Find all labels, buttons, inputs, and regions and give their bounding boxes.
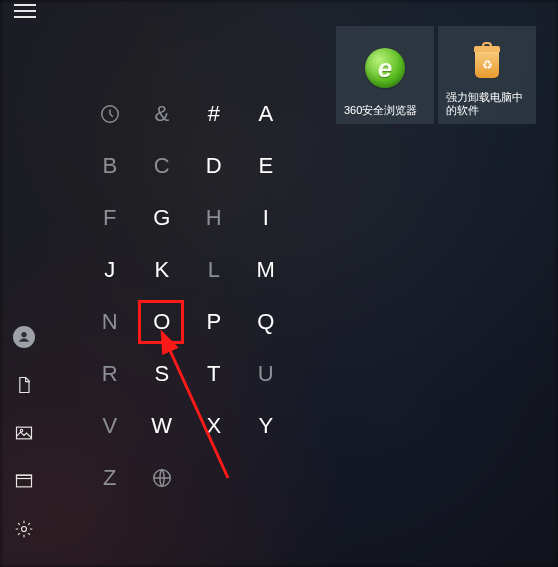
pictures-button[interactable]	[0, 419, 48, 447]
start-tiles: 360安全浏览器 ♻ 强力卸载电脑中的软件	[336, 26, 536, 124]
alpha-cell-P[interactable]: P	[188, 296, 240, 348]
alpha-cell-R: R	[84, 348, 136, 400]
tile-360-browser[interactable]: 360安全浏览器	[336, 26, 434, 124]
alpha-cell-X[interactable]: X	[188, 400, 240, 452]
settings-button[interactable]	[0, 515, 48, 543]
user-account-button[interactable]	[0, 323, 48, 351]
alpha-cell-H: H	[188, 192, 240, 244]
alpha-cell-hash[interactable]: #	[188, 88, 240, 140]
alpha-cell-S[interactable]: S	[136, 348, 188, 400]
svg-rect-3	[17, 475, 32, 487]
svg-point-0	[22, 332, 27, 337]
picture-icon	[14, 423, 34, 443]
alpha-cell-C: C	[136, 140, 188, 192]
menu-toggle-icon[interactable]	[14, 4, 36, 18]
svg-point-5	[22, 527, 27, 532]
alpha-cell-I[interactable]: I	[240, 192, 292, 244]
alpha-cell-blank1	[188, 452, 240, 504]
documents-button[interactable]	[0, 371, 48, 399]
tile-label: 强力卸载电脑中的软件	[442, 91, 532, 121]
alpha-cell-M[interactable]: M	[240, 244, 292, 296]
gear-icon	[14, 519, 34, 539]
alpha-cell-O[interactable]: O	[136, 296, 188, 348]
alpha-cell-F: F	[84, 192, 136, 244]
user-avatar-icon	[13, 326, 35, 348]
trash-icon: ♻	[468, 42, 506, 80]
alpha-cell-A[interactable]: A	[240, 88, 292, 140]
alpha-cell-amp: &	[136, 88, 188, 140]
tile-label: 360安全浏览器	[340, 104, 430, 120]
start-leftbar	[0, 323, 48, 567]
file-explorer-button[interactable]	[0, 467, 48, 495]
alpha-cell-N: N	[84, 296, 136, 348]
clock-icon	[99, 103, 121, 125]
svg-rect-4	[17, 475, 32, 478]
alpha-cell-V: V	[84, 400, 136, 452]
file-explorer-icon	[14, 471, 34, 491]
alpha-cell-G[interactable]: G	[136, 192, 188, 244]
alpha-cell-D[interactable]: D	[188, 140, 240, 192]
svg-rect-1	[17, 427, 32, 439]
alpha-cell-K[interactable]: K	[136, 244, 188, 296]
alpha-cell-blank2	[240, 452, 292, 504]
globe-icon	[151, 467, 173, 489]
alpha-index: &#ABCDEFGHIJKLMNOPQRSTUVWXYZ	[84, 88, 292, 504]
alpha-cell-B: B	[84, 140, 136, 192]
360-browser-icon	[365, 48, 405, 88]
alpha-cell-W[interactable]: W	[136, 400, 188, 452]
alpha-cell-U: U	[240, 348, 292, 400]
alpha-cell-E[interactable]: E	[240, 140, 292, 192]
alpha-cell-Z: Z	[84, 452, 136, 504]
alpha-cell-globe[interactable]	[136, 452, 188, 504]
tile-force-uninstall[interactable]: ♻ 强力卸载电脑中的软件	[438, 26, 536, 124]
alpha-cell-Q[interactable]: Q	[240, 296, 292, 348]
alpha-cell-Y[interactable]: Y	[240, 400, 292, 452]
alpha-cell-L: L	[188, 244, 240, 296]
document-icon	[14, 375, 34, 395]
alpha-cell-recent[interactable]	[84, 88, 136, 140]
alpha-cell-J[interactable]: J	[84, 244, 136, 296]
svg-point-2	[20, 429, 23, 432]
alpha-cell-T[interactable]: T	[188, 348, 240, 400]
